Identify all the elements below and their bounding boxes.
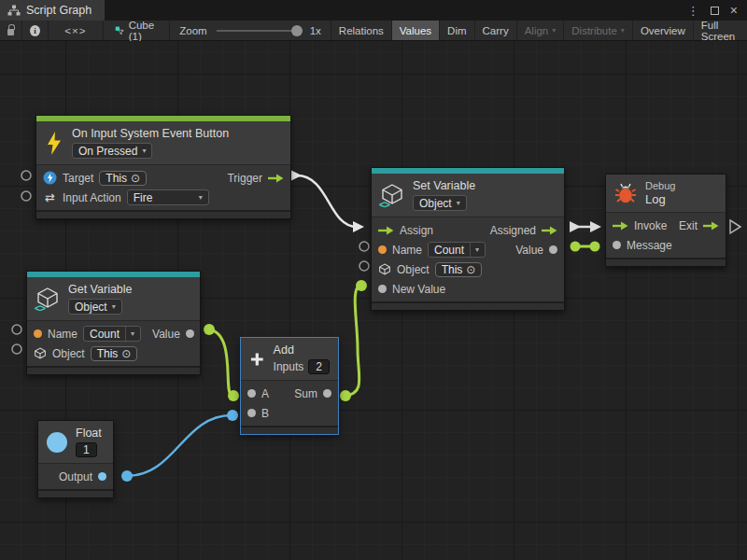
float-value-field[interactable]: 1 [76,442,97,457]
a-input-port[interactable] [228,390,239,401]
getvar-kind-dropdown[interactable]: Object ▾ [68,299,122,315]
object-field[interactable]: This ⊙ [91,346,138,361]
trigger-label: Trigger [227,172,262,185]
values-button[interactable]: Values [392,21,440,40]
getvar-object-port[interactable] [12,344,21,354]
getvar-header: <> Get Variable Object ▾ [27,277,200,320]
lock-button[interactable] [0,21,22,40]
add-b-row: B [241,403,338,423]
graph-target-label: Cube (1) [129,20,159,42]
float-title: Float [76,427,102,440]
align-button[interactable]: Align▾ [517,21,565,40]
zoom-label: Zoom [179,25,206,36]
event-action-port[interactable] [21,191,31,201]
node-on-input-system-event[interactable]: On Input System Event Button On Pressed … [35,115,291,219]
relations-button[interactable]: Relations [331,21,392,40]
setvar-newvalue-row: New Value [372,279,564,299]
overview-button[interactable]: Overview [633,21,694,40]
window-controls: ⋮ × [687,0,747,21]
node-get-variable[interactable]: <> Get Variable Object ▾ Name Count ▾ [26,271,201,375]
cube-icon [34,347,47,360]
plus-icon [249,347,265,371]
message-label: Message [627,239,672,252]
value-port[interactable] [549,245,557,254]
setvar-name-port[interactable] [359,242,369,251]
getvar-footer [27,366,200,374]
assign-input-port[interactable] [353,221,364,232]
flow-arrow-icon[interactable] [703,221,719,231]
chevron-down-icon: ▾ [199,193,203,202]
value-port[interactable] [186,329,194,338]
input-system-icon [43,171,57,185]
distribute-button[interactable]: Distribute▾ [564,21,633,40]
code-view-button[interactable]: <×> [49,21,104,40]
flow-arrow-icon[interactable] [378,226,394,235]
node-set-variable[interactable]: <> Set Variable Object ▾ Assign [371,167,565,311]
value-output-port[interactable] [571,242,581,252]
invoke-label: Invoke [634,219,667,232]
exit-output-port[interactable] [730,220,740,233]
dim-button[interactable]: Dim [440,21,474,40]
float-footer [38,489,113,497]
object-field[interactable]: This ⊙ [435,262,483,277]
trigger-output-port[interactable] [291,171,302,181]
assigned-output-port[interactable] [570,221,581,232]
add-title: Add [274,343,294,357]
variable-brackets-icon: <> [35,302,45,314]
flow-arrow-icon[interactable] [613,221,628,231]
getvar-name-port[interactable] [12,325,21,334]
float-output-port[interactable] [121,470,133,482]
bug-icon [614,182,637,204]
flow-arrow-icon[interactable] [542,226,557,235]
target-object-field[interactable]: This ⊙ [99,171,147,186]
node-float[interactable]: Float 1 Output [37,420,114,498]
debug-footer [606,258,726,266]
tab-script-graph[interactable]: Script Graph [0,0,105,21]
zoom-slider[interactable] [217,30,303,32]
name-dropdown[interactable]: Count ▾ [83,326,141,342]
sum-output-port[interactable] [340,390,351,401]
graph-target-button[interactable]: Cube (1) [104,21,171,40]
setvar-object-port[interactable] [359,261,369,271]
b-input-port[interactable] [227,410,238,421]
event-mode-dropdown[interactable]: On Pressed ▾ [72,143,152,159]
event-header: On Input System Event Button On Pressed … [36,121,290,164]
overview-label: Overview [641,25,685,36]
maximize-icon[interactable] [711,7,719,15]
input-action-dropdown[interactable]: Fire ▾ [127,189,209,205]
menu-icon[interactable]: ⋮ [687,4,699,18]
name-dropdown[interactable]: Count ▾ [428,242,486,258]
message-input-port[interactable] [590,242,600,252]
b-port[interactable] [247,409,256,417]
flow-arrow-icon[interactable] [268,174,284,183]
getvalue-output-port[interactable] [204,324,215,335]
graph-canvas[interactable]: On Input System Event Button On Pressed … [0,41,747,560]
a-label: A [261,387,269,400]
event-title: On Input System Event Button [72,127,229,140]
zoom-slider-handle[interactable] [291,25,303,36]
a-port[interactable] [247,389,256,398]
debug-title: Log [645,192,666,206]
chevron-down-icon: ▾ [621,26,625,35]
node-add[interactable]: Add Inputs 2 A Sum B [240,337,339,435]
new-value-port[interactable] [378,285,387,293]
sum-port[interactable] [323,389,331,398]
carry-button[interactable]: Carry [475,21,517,40]
inputs-count-field[interactable]: 2 [308,359,330,374]
info-button[interactable]: i [22,21,49,40]
name-port[interactable] [378,245,387,254]
node-debug-log[interactable]: Debug Log Invoke Exit [605,174,726,267]
setvar-kind-dropdown[interactable]: Object ▾ [413,195,467,211]
name-port[interactable] [34,329,42,338]
input-action-value: Fire [134,191,153,204]
output-port[interactable] [98,472,106,481]
close-icon[interactable]: × [730,4,738,17]
message-port[interactable] [613,241,621,249]
newvalue-input-port[interactable] [356,280,367,291]
float-output-row: Output [38,467,113,486]
chevron-down-icon: ▾ [125,327,134,341]
invoke-input-port[interactable] [590,221,601,232]
event-target-port[interactable] [21,171,31,180]
chevron-down-icon: ▾ [470,243,479,257]
fullscreen-button[interactable]: Full Screen [694,21,747,40]
